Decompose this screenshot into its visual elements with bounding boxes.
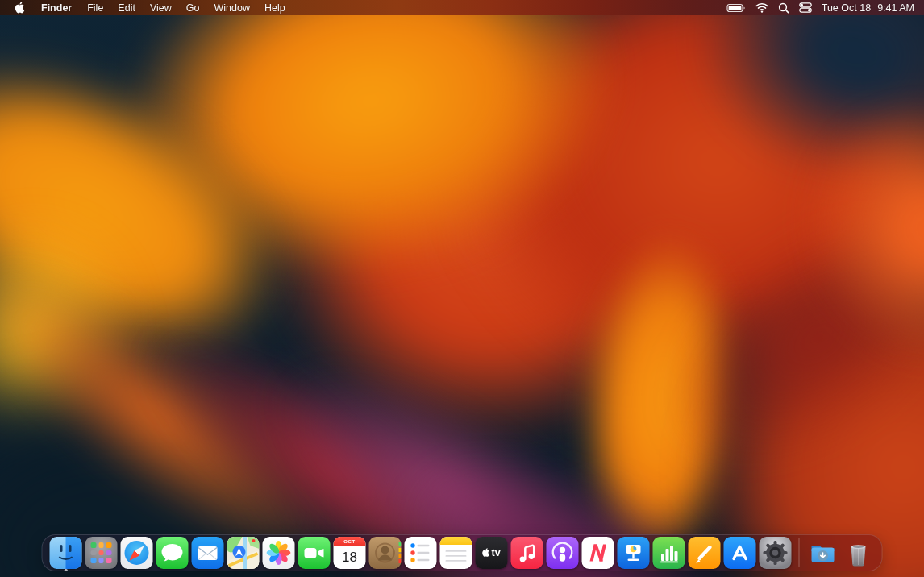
dock-item-reminders[interactable] xyxy=(404,537,438,569)
menu-item-view[interactable]: View xyxy=(143,0,179,15)
trash-icon xyxy=(843,537,875,569)
facetime-icon xyxy=(298,537,331,569)
dock-item-notes[interactable] xyxy=(439,537,473,569)
dock: OCT 18 xyxy=(42,534,883,571)
reminders-icon xyxy=(405,537,437,569)
app-store-icon xyxy=(724,537,756,569)
calendar-icon: OCT 18 xyxy=(334,537,366,569)
calendar-day-label: 18 xyxy=(334,546,366,569)
spotlight-search-icon[interactable] xyxy=(778,0,789,15)
menu-item-edit[interactable]: Edit xyxy=(110,0,143,15)
menu-bar-date: Tue Oct 18 xyxy=(822,2,871,14)
dock-item-maps[interactable] xyxy=(227,537,260,569)
contacts-icon xyxy=(369,537,402,569)
desktop: Finder File Edit View Go Window Help xyxy=(0,0,924,577)
launchpad-icon xyxy=(85,537,118,569)
battery-icon[interactable] xyxy=(726,0,746,15)
menu-item-file[interactable]: File xyxy=(80,0,110,15)
dock-item-calendar[interactable]: OCT 18 xyxy=(333,537,367,569)
dock-separator xyxy=(799,538,800,567)
system-settings-icon xyxy=(760,537,792,569)
dock-item-finder[interactable] xyxy=(49,537,83,569)
tv-icon: tv xyxy=(476,537,508,569)
apple-logo-icon xyxy=(15,2,25,15)
safari-icon xyxy=(121,537,153,569)
dock-item-keynote[interactable] xyxy=(617,537,651,569)
dock-item-news[interactable] xyxy=(581,537,615,569)
maps-icon xyxy=(227,537,260,569)
news-icon xyxy=(582,537,614,569)
dock-item-downloads[interactable] xyxy=(806,537,840,569)
podcasts-icon xyxy=(547,537,579,569)
desktop-wallpaper xyxy=(0,0,924,577)
dock-item-system-settings[interactable] xyxy=(759,537,793,569)
messages-icon xyxy=(156,537,189,569)
menu-item-go[interactable]: Go xyxy=(179,0,207,15)
calendar-month-label: OCT xyxy=(334,537,366,546)
menu-item-finder[interactable]: Finder xyxy=(33,0,80,15)
pages-icon xyxy=(689,537,721,569)
photos-icon xyxy=(263,537,295,569)
keynote-icon xyxy=(618,537,650,569)
music-icon xyxy=(511,537,543,569)
control-center-icon[interactable] xyxy=(799,0,812,15)
dock-item-trash[interactable] xyxy=(842,537,876,569)
dock-item-facetime[interactable] xyxy=(298,537,331,569)
wifi-icon[interactable] xyxy=(755,0,768,15)
menu-bar-left: Finder File Edit View Go Window Help xyxy=(0,0,293,15)
apple-logo-icon xyxy=(482,548,490,558)
menu-bar-status: Tue Oct 18 9:41 AM xyxy=(726,0,924,15)
downloads-folder-icon xyxy=(807,537,839,569)
dock-item-podcasts[interactable] xyxy=(546,537,580,569)
dock-item-music[interactable] xyxy=(510,537,544,569)
mail-icon xyxy=(192,537,224,569)
apple-menu[interactable] xyxy=(0,0,33,15)
numbers-icon xyxy=(653,537,685,569)
menu-bar: Finder File Edit View Go Window Help xyxy=(0,0,924,15)
dock-item-photos[interactable] xyxy=(262,537,296,569)
menu-bar-time: 9:41 AM xyxy=(877,2,914,14)
dock-item-safari[interactable] xyxy=(120,537,154,569)
dock-item-tv[interactable]: tv xyxy=(475,537,509,569)
notes-icon xyxy=(440,537,472,569)
dock-item-pages[interactable] xyxy=(688,537,722,569)
finder-icon xyxy=(50,537,82,569)
dock-item-mail[interactable] xyxy=(191,537,225,569)
menu-item-help[interactable]: Help xyxy=(257,0,293,15)
menu-bar-clock[interactable]: Tue Oct 18 9:41 AM xyxy=(822,2,914,14)
running-indicator xyxy=(65,569,68,572)
dock-item-numbers[interactable] xyxy=(652,537,686,569)
dock-item-messages[interactable] xyxy=(156,537,189,569)
dock-item-contacts[interactable] xyxy=(368,537,402,569)
tv-logo-text: tv xyxy=(491,547,501,558)
dock-item-app-store[interactable] xyxy=(723,537,757,569)
menu-item-window[interactable]: Window xyxy=(206,0,256,15)
dock-item-launchpad[interactable] xyxy=(85,537,119,569)
